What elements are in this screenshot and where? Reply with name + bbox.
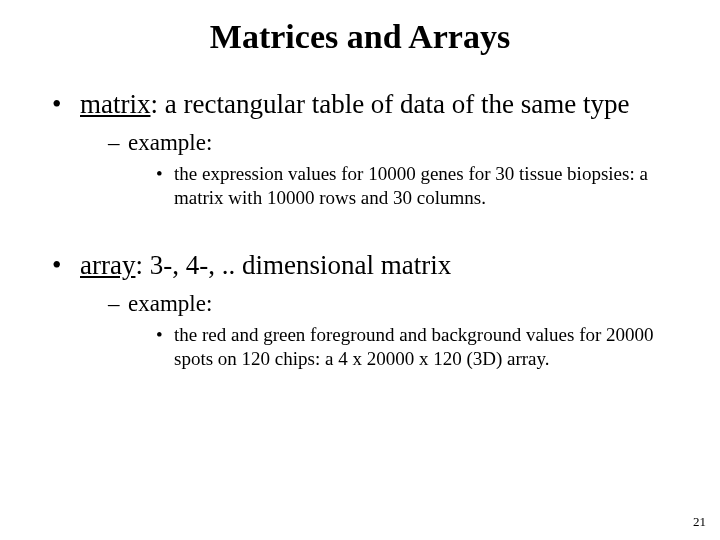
bullet-matrix: matrix: a rectangular table of data of t…	[52, 88, 690, 211]
term-matrix: matrix	[80, 89, 150, 119]
page-number: 21	[693, 514, 706, 530]
definition-matrix: : a rectangular table of data of the sam…	[150, 89, 629, 119]
definition-array: : 3-, 4-, .. dimensional matrix	[135, 250, 451, 280]
slide: Matrices and Arrays matrix: a rectangula…	[0, 0, 720, 540]
spacer	[52, 219, 690, 249]
example-text-matrix: the expression values for 10000 genes fo…	[156, 162, 690, 211]
bullet-list: matrix: a rectangular table of data of t…	[30, 88, 690, 372]
example-text-array: the red and green foreground and backgro…	[156, 323, 690, 372]
bullet-array: array: 3-, 4-, .. dimensional matrix exa…	[52, 249, 690, 372]
slide-title: Matrices and Arrays	[30, 18, 690, 56]
example-label-matrix: example: the expression values for 10000…	[108, 128, 690, 211]
example-label-text: example:	[128, 291, 212, 316]
example-label-text: example:	[128, 130, 212, 155]
term-array: array	[80, 250, 135, 280]
example-label-array: example: the red and green foreground an…	[108, 289, 690, 372]
